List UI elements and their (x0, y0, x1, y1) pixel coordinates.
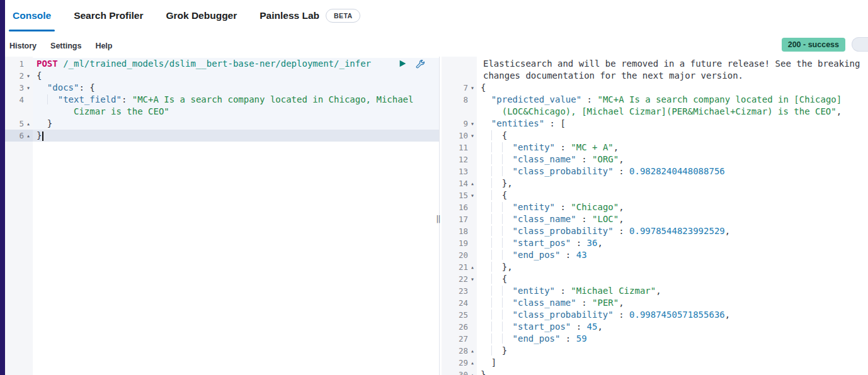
line-number: 19 (459, 237, 468, 249)
code-text: "text_field": "MC+A Is a search company … (33, 94, 439, 106)
code-line[interactable]: 4 "text_field": "MC+A Is a search compan… (5, 94, 439, 106)
code-line[interactable]: 29▴ ] (442, 357, 868, 369)
line-number: 8 (463, 94, 468, 106)
code-line[interactable]: 21▴ }, (442, 261, 868, 273)
code-line[interactable]: 19 "start_pos" : 36, (442, 237, 868, 249)
code-line[interactable]: 28▴ } (442, 345, 868, 357)
splitter-handle-icon[interactable]: ‖ (436, 214, 441, 223)
beta-badge: BETA (326, 9, 360, 23)
line-number: 15 (459, 189, 468, 201)
code-line[interactable]: Cizmar is the CEO" (5, 106, 439, 118)
fold-icon[interactable]: ▾ (24, 70, 33, 82)
play-icon (398, 59, 407, 68)
code-line[interactable]: 6▴} (5, 130, 439, 142)
code-text: "docs": { (33, 82, 439, 94)
response-panel[interactable]: Elasticsearch and will be removed in a f… (442, 57, 868, 375)
fold-icon[interactable]: ▾ (468, 273, 477, 285)
code-line[interactable]: 26 "start_pos" : 45, (442, 321, 868, 333)
code-line[interactable]: 2▾{ (5, 70, 439, 82)
line-gutter: 12 (442, 154, 477, 165)
code-line[interactable]: 27 "end_pos" : 59 (442, 333, 868, 345)
fold-icon[interactable]: ▾ (468, 118, 477, 130)
code-text: } (477, 369, 868, 375)
code-line[interactable]: 5▴ } (5, 118, 439, 130)
request-options-button[interactable] (415, 59, 425, 69)
fold-icon[interactable]: ▾ (468, 82, 477, 94)
line-number: 27 (459, 333, 468, 345)
code-line[interactable]: 1POST /_ml/trained_models/dslim__bert-ba… (5, 58, 439, 70)
line-gutter: 3▾ (5, 82, 33, 94)
code-line[interactable]: 17 "class_name" : "LOC", (442, 213, 868, 225)
tab-painless-lab[interactable]: Painless Lab BETA (258, 9, 362, 33)
line-number: 1 (19, 58, 24, 70)
request-actions (397, 59, 425, 69)
line-number: 11 (459, 142, 468, 154)
tab-search-profiler[interactable]: Search Profiler (72, 10, 144, 31)
text-cursor (42, 132, 43, 141)
line-gutter: 9▾ (442, 118, 477, 130)
code-line[interactable]: 30▴} (442, 369, 868, 375)
code-line[interactable]: 16 "entity" : "Chicago", (442, 201, 868, 213)
code-text: "class_probability" : 0.9987450571855636… (477, 309, 868, 321)
request-editor[interactable]: 1POST /_ml/trained_models/dslim__bert-ba… (5, 57, 439, 375)
code-line[interactable]: (LOC&Chicago), [Michael Cizmar](PER&Mich… (442, 106, 868, 118)
code-line[interactable]: 3▾ "docs": { (5, 82, 439, 94)
code-text: "class_name" : "LOC", (477, 213, 868, 225)
code-text: "start_pos" : 45, (477, 321, 868, 333)
code-line[interactable]: changes documentation for the next major… (442, 70, 868, 82)
code-line[interactable]: 12 "class_name" : "ORG", (442, 154, 868, 165)
dev-tools-content: Console Search Profiler Grok Debugger Pa… (5, 0, 868, 375)
tab-grok-debugger[interactable]: Grok Debugger (164, 10, 238, 31)
send-request-button[interactable] (397, 59, 408, 69)
code-text: } (33, 130, 439, 142)
fold-icon[interactable]: ▴ (468, 357, 477, 369)
line-gutter: 20 (442, 249, 477, 261)
fold-icon[interactable]: ▾ (468, 189, 477, 201)
code-line[interactable]: 8 "predicted_value" : "MC+A Is a search … (442, 94, 868, 106)
line-gutter: 16 (442, 201, 477, 213)
code-line[interactable]: 14▴ }, (442, 177, 868, 189)
line-gutter: 27 (442, 333, 477, 345)
code-line[interactable]: 15▾ { (442, 189, 868, 201)
line-gutter (442, 58, 477, 70)
code-line[interactable]: 7▾{ (442, 82, 868, 94)
code-line[interactable]: 13 "class_probability" : 0.9828240448088… (442, 165, 868, 177)
line-number: 4 (19, 94, 24, 106)
code-text: "entities" : [ (477, 118, 868, 130)
code-line[interactable]: 22▾ { (442, 273, 868, 285)
code-line[interactable]: 24 "class_name" : "PER", (442, 297, 868, 309)
menu-item-settings[interactable]: Settings (50, 42, 81, 50)
line-number: 22 (459, 273, 468, 285)
code-text: Elasticsearch and will be removed in a f… (477, 58, 868, 70)
tab-console[interactable]: Console (11, 10, 52, 31)
line-number: 24 (459, 297, 468, 309)
fold-icon[interactable]: ▴ (468, 345, 477, 357)
dev-tools-app: Console Search Profiler Grok Debugger Pa… (0, 0, 868, 375)
line-gutter: 14▴ (442, 177, 477, 189)
code-line[interactable]: 11 "entity" : "MC + A", (442, 142, 868, 154)
code-text: "class_probability" : 0.9978544823992529… (477, 225, 868, 237)
fold-icon[interactable]: ▴ (24, 118, 33, 130)
code-line[interactable]: 18 "class_probability" : 0.9978544823992… (442, 225, 868, 237)
code-line[interactable]: 23 "entity" : "Michael Cizmar", (442, 285, 868, 297)
line-gutter: 2▾ (5, 70, 33, 82)
fold-icon[interactable]: ▾ (24, 82, 33, 94)
code-line[interactable]: Elasticsearch and will be removed in a f… (442, 58, 868, 70)
fold-icon[interactable]: ▴ (468, 177, 477, 189)
line-gutter: 18 (442, 225, 477, 237)
fold-icon[interactable]: ▴ (24, 130, 33, 142)
code-line[interactable]: 20 "end_pos" : 43 (442, 249, 868, 261)
code-text: ] (477, 357, 868, 369)
line-number: 12 (459, 154, 468, 165)
code-line[interactable]: 9▾ "entities" : [ (442, 118, 868, 130)
code-line[interactable]: 10▾ { (442, 130, 868, 142)
fold-icon[interactable]: ▾ (468, 130, 477, 142)
fold-icon[interactable]: ▴ (468, 261, 477, 273)
menu-item-history[interactable]: History (9, 42, 37, 50)
line-number: 14 (459, 177, 468, 189)
line-gutter: 11 (442, 142, 477, 154)
fold-icon[interactable]: ▴ (468, 369, 477, 375)
code-line[interactable]: 25 "class_probability" : 0.9987450571855… (442, 309, 868, 321)
code-text: POST /_ml/trained_models/dslim__bert-bas… (33, 58, 439, 70)
menu-item-help[interactable]: Help (95, 42, 112, 50)
